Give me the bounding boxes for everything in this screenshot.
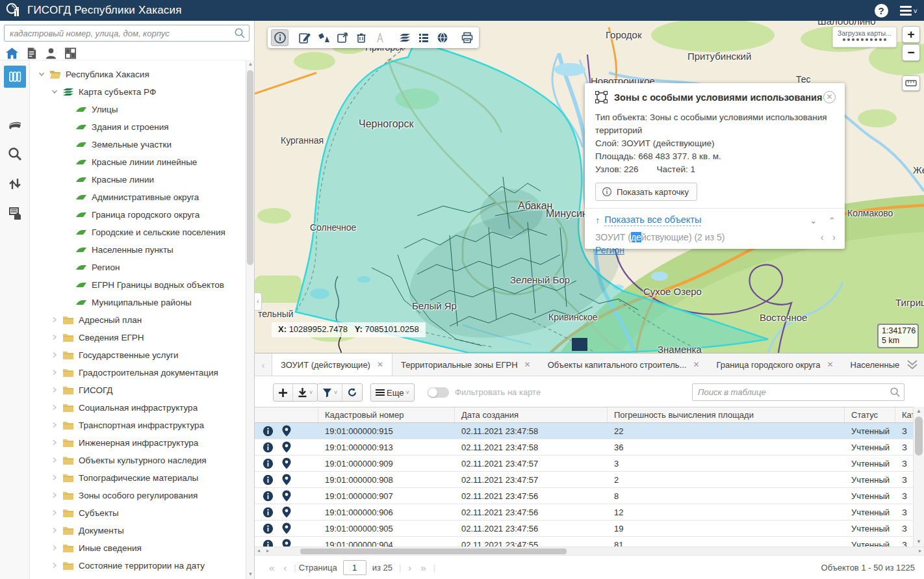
tree-item[interactable]: Земельные участки xyxy=(30,136,246,153)
info-circle-icon[interactable] xyxy=(263,474,274,485)
edit-icon[interactable] xyxy=(296,29,313,46)
map-pin-icon[interactable] xyxy=(282,506,291,518)
chevron-right-icon[interactable] xyxy=(51,386,60,395)
close-icon[interactable]: ✕ xyxy=(823,91,836,103)
chevron-right-icon[interactable] xyxy=(51,544,60,553)
show-card-button[interactable]: Показать карточку xyxy=(595,183,697,201)
map-pin-icon[interactable] xyxy=(282,490,291,502)
map-pin-icon[interactable] xyxy=(282,474,291,485)
tree-item[interactable]: Адресный план xyxy=(30,311,246,329)
print-icon[interactable] xyxy=(458,29,476,46)
last-page-icon[interactable]: » xyxy=(420,562,426,573)
add-icon[interactable] xyxy=(274,384,292,401)
prev-object-icon[interactable]: ‹ xyxy=(821,232,824,242)
close-tab-icon[interactable]: ✕ xyxy=(827,360,834,369)
info-circle-icon[interactable] xyxy=(263,491,274,502)
chevron-right-icon[interactable] xyxy=(51,316,60,325)
tree-item[interactable]: ЕГРН Границы водных объектов xyxy=(30,276,246,294)
tree-item[interactable]: Населенные пункты xyxy=(30,241,246,259)
region-link[interactable]: Регион xyxy=(595,245,624,255)
chevron-down-icon[interactable] xyxy=(51,88,60,97)
tree-item[interactable]: ГИСОГД xyxy=(30,381,246,399)
address-search-input[interactable] xyxy=(4,25,250,42)
ruler-icon[interactable] xyxy=(902,75,920,91)
table-row[interactable]: 19:01:000000:90402.11.2021 23:47:5581Учт… xyxy=(255,537,913,547)
first-page-icon[interactable]: « xyxy=(269,562,274,573)
sidebar-collapse-icon[interactable]: ‹ xyxy=(255,292,262,311)
chevron-right-icon[interactable] xyxy=(51,368,60,378)
map-pin-icon[interactable] xyxy=(282,441,291,453)
registry-doc-icon[interactable] xyxy=(7,206,23,222)
tree-item[interactable]: Градостроительная документация xyxy=(30,364,246,381)
next-page-icon[interactable]: › xyxy=(408,562,411,573)
next-object-icon[interactable]: › xyxy=(832,232,836,242)
map-pin-icon[interactable] xyxy=(282,539,291,547)
chevron-right-icon[interactable] xyxy=(51,526,60,535)
tree-item[interactable]: Муниципальные районы xyxy=(30,294,246,311)
table-row[interactable]: 19:01:000000:90702.11.2021 23:47:568Учте… xyxy=(255,488,913,504)
document-icon[interactable] xyxy=(25,46,38,60)
delete-icon[interactable] xyxy=(352,29,370,46)
table-horizontal-scrollbar[interactable]: ◂ ▸ ▸ xyxy=(255,547,924,555)
chevron-right-icon[interactable] xyxy=(51,474,60,483)
close-tab-icon[interactable]: ✕ xyxy=(693,360,699,369)
info-circle-icon[interactable] xyxy=(263,539,274,547)
table-row[interactable]: 19:01:000000:90502.11.2021 23:47:5619Учт… xyxy=(255,521,913,537)
chevron-right-icon[interactable] xyxy=(51,421,60,430)
info-circle-icon[interactable] xyxy=(263,442,274,453)
prev-page-icon[interactable]: ‹ xyxy=(283,562,287,573)
page-number-input[interactable] xyxy=(343,560,366,575)
collapse-panel-icon[interactable] xyxy=(905,357,920,373)
tree-item[interactable]: Здания и строения xyxy=(30,118,246,136)
filter-on-map-toggle[interactable] xyxy=(428,387,449,398)
chevron-down-icon[interactable]: ⌄ xyxy=(810,216,817,225)
select-features-icon[interactable] xyxy=(314,29,332,46)
tree-item[interactable]: Иные сведения xyxy=(30,539,246,557)
table-row[interactable]: 19:01:000000:90802.11.2021 23:47:572Учте… xyxy=(255,472,913,488)
chevron-right-icon[interactable] xyxy=(51,456,60,465)
tab-active[interactable]: ЗОУИТ (действующие)✕ xyxy=(272,354,392,376)
tree-item[interactable]: Сведения ЕГРН xyxy=(30,329,246,346)
map-pin-icon[interactable] xyxy=(282,457,291,469)
filter-icon[interactable]: ˅ xyxy=(318,384,342,401)
scroll-up-icon[interactable]: ▲ xyxy=(246,60,255,69)
close-tab-icon[interactable]: ✕ xyxy=(524,360,531,369)
scroll-down-icon[interactable]: ▼ xyxy=(246,570,255,579)
tree-item[interactable]: Транспортная инфраструктура xyxy=(30,417,246,434)
tree-item[interactable]: Межведомственное взаимодействие xyxy=(30,574,246,579)
chevron-right-icon[interactable] xyxy=(51,351,60,360)
layers-panel-icon[interactable] xyxy=(4,66,26,88)
grid-icon[interactable] xyxy=(64,46,77,60)
tree-item[interactable]: Субъекты xyxy=(30,504,246,522)
layers-icon[interactable] xyxy=(396,29,413,46)
menu-icon[interactable]: ˅ xyxy=(900,6,918,16)
scrollbar-thumb[interactable] xyxy=(300,548,567,554)
table-vertical-scrollbar[interactable]: ▲ ▼ xyxy=(913,407,924,547)
tree-item[interactable]: Республика Хакасия xyxy=(30,66,246,83)
table-row[interactable]: 19:01:000000:91502.11.2021 23:47:5822Учт… xyxy=(255,423,913,439)
table-row[interactable]: 19:01:000000:90602.11.2021 23:47:5612Учт… xyxy=(255,504,913,521)
search-icon[interactable] xyxy=(7,146,23,162)
book-icon[interactable] xyxy=(7,116,23,132)
chevron-down-icon[interactable] xyxy=(38,70,47,79)
chevron-right-icon[interactable] xyxy=(51,404,60,413)
table-row[interactable]: 19:01:000000:91302.11.2021 23:47:5836Учт… xyxy=(255,439,913,456)
table-search-input[interactable] xyxy=(692,383,905,401)
info-circle-icon[interactable] xyxy=(263,426,274,437)
tree-item[interactable]: Красные линии линейные xyxy=(30,153,246,171)
tree-item[interactable]: Зоны особого регулирования xyxy=(30,487,246,504)
tree-item[interactable]: Улицы xyxy=(30,101,246,118)
tree-item[interactable]: Топографические материалы xyxy=(30,469,246,487)
info-circle-icon[interactable] xyxy=(263,458,274,469)
map-viewport[interactable]: + − Загрузка карты... X: 10289952.7478 Y… xyxy=(255,21,924,353)
map-pin-icon[interactable] xyxy=(282,425,291,437)
scroll-left-icon[interactable]: ◂ xyxy=(257,547,260,555)
tree-item[interactable]: Социальная инфраструктура xyxy=(30,399,246,417)
chevron-right-icon[interactable] xyxy=(51,491,60,500)
chevron-right-icon[interactable] xyxy=(51,561,60,571)
more-menu-button[interactable]: Еще ˅ xyxy=(371,384,414,401)
chevron-right-icon[interactable] xyxy=(51,509,60,518)
tree-item[interactable]: Административные округа xyxy=(30,188,246,206)
chevron-right-icon[interactable] xyxy=(51,333,60,342)
info-circle-icon[interactable] xyxy=(263,523,274,534)
